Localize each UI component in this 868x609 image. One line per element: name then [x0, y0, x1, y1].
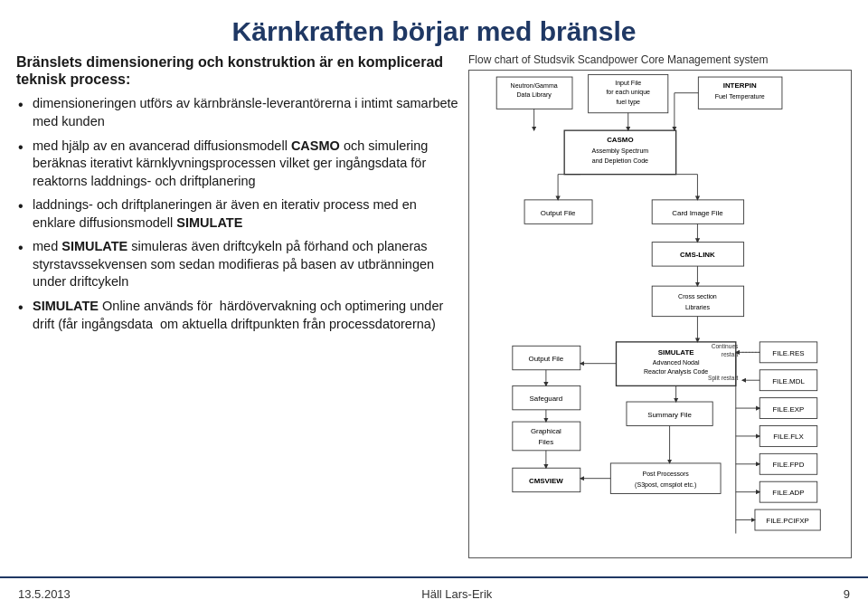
svg-text:Continues: Continues	[712, 343, 739, 349]
right-column: Flow chart of Studsvik Scandpower Core M…	[468, 52, 852, 558]
footer-page: 9	[844, 587, 850, 601]
svg-text:Summary File: Summary File	[647, 411, 692, 419]
svg-text:Data Library: Data Library	[516, 91, 552, 99]
svg-rect-44	[513, 422, 580, 451]
slide: Kärnkraften börjar med bränsle Bränslets…	[0, 0, 868, 609]
svg-text:Cross section: Cross section	[678, 293, 717, 300]
footer-center: Häll Lars-Erik	[421, 587, 492, 601]
flowchart-wrapper: Neutron/Gamma Data Library Input File fo…	[468, 70, 852, 558]
svg-text:FILE.PCIFXP: FILE.PCIFXP	[766, 517, 809, 525]
title-area: Kärnkraften börjar med bränsle	[0, 0, 868, 52]
flowchart-svg: Neutron/Gamma Data Library Input File fo…	[469, 71, 851, 557]
svg-text:Card Image File: Card Image File	[672, 209, 723, 217]
svg-text:fuel type: fuel type	[616, 99, 640, 106]
svg-text:Assembly Spectrum: Assembly Spectrum	[592, 147, 649, 155]
svg-text:Input File: Input File	[615, 80, 641, 87]
footer-date: 13.5.2013	[18, 587, 71, 601]
left-column: Bränslets dimensionering och konstruktio…	[16, 52, 459, 558]
svg-text:(S3post, cmsplot etc.): (S3post, cmsplot etc.)	[635, 481, 696, 489]
svg-text:Neutron/Gamma: Neutron/Gamma	[511, 82, 558, 89]
svg-text:Libraries: Libraries	[685, 304, 711, 310]
svg-text:Split restart: Split restart	[708, 375, 739, 382]
svg-text:Reactor Analysis Code: Reactor Analysis Code	[644, 368, 708, 376]
svg-text:and Depletion Code: and Depletion Code	[592, 157, 648, 165]
svg-text:for each unique: for each unique	[606, 89, 650, 96]
svg-text:FILE.FPD: FILE.FPD	[773, 461, 805, 469]
list-item: med SIMULATE simuleras även driftcykeln …	[16, 238, 459, 291]
bullet-list: dimensioneringen utförs av kärnbränsle-l…	[16, 95, 459, 333]
subtitle: Bränslets dimensionering och konstruktio…	[16, 53, 459, 88]
svg-text:Post Processors: Post Processors	[643, 471, 690, 477]
svg-text:FILE.RES: FILE.RES	[772, 349, 804, 357]
list-item: dimensioneringen utförs av kärnbränsle-l…	[16, 95, 459, 130]
svg-text:FILE.ADP: FILE.ADP	[772, 489, 804, 497]
svg-rect-54	[610, 463, 721, 494]
svg-text:Advanced Nodal: Advanced Nodal	[653, 359, 700, 366]
list-item: med hjälp av en avancerad diffusionsmode…	[16, 138, 459, 191]
svg-text:Output File: Output File	[541, 209, 576, 217]
svg-text:FILE.FLX: FILE.FLX	[773, 433, 804, 441]
svg-text:Graphical: Graphical	[531, 427, 561, 435]
svg-text:FILE.MDL: FILE.MDL	[772, 377, 805, 385]
list-item: laddnings- och driftplaneringen är även …	[16, 196, 459, 232]
svg-rect-29	[652, 286, 743, 317]
svg-text:Fuel Temperature: Fuel Temperature	[715, 93, 765, 100]
flowchart-title: Flow chart of Studsvik Scandpower Core M…	[468, 53, 852, 66]
svg-text:CASMO: CASMO	[607, 136, 634, 144]
list-item: SIMULATE Online används för härdövervakn…	[16, 298, 459, 333]
svg-text:INTERPIN: INTERPIN	[723, 81, 757, 90]
content-area: Bränslets dimensionering och konstruktio…	[0, 52, 868, 558]
svg-text:Safeguard: Safeguard	[530, 395, 563, 403]
svg-text:CMSVIEW: CMSVIEW	[529, 477, 563, 485]
svg-text:CMS-LINK: CMS-LINK	[680, 251, 715, 259]
main-title: Kärnkraften börjar med bränsle	[18, 16, 850, 46]
footer: 13.5.2013 Häll Lars-Erik 9	[0, 576, 868, 609]
svg-text:Output File: Output File	[529, 355, 564, 363]
svg-text:SIMULATE: SIMULATE	[658, 348, 694, 357]
svg-text:Files: Files	[539, 438, 554, 446]
svg-text:FILE.EXP: FILE.EXP	[773, 405, 805, 414]
